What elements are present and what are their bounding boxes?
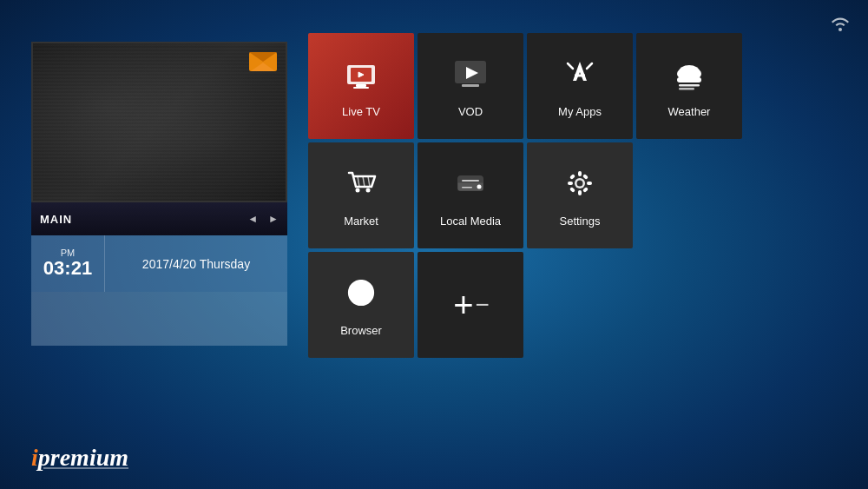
time-box: PM 03:21: [31, 235, 105, 292]
channel-next[interactable]: ►: [268, 213, 279, 225]
svg-rect-34: [569, 173, 575, 179]
app-tile-my-apps[interactable]: My Apps: [527, 33, 633, 139]
svg-line-10: [568, 63, 573, 69]
app-tile-vod[interactable]: VOD: [418, 33, 523, 139]
wifi-icon: [830, 16, 851, 36]
browser-icon: [342, 274, 380, 317]
svg-rect-31: [578, 190, 582, 195]
svg-rect-35: [569, 186, 575, 192]
mail-icon[interactable]: [249, 52, 277, 71]
svg-rect-2: [356, 84, 366, 87]
channel-bar: MAIN ◄ ►: [31, 202, 287, 235]
svg-line-20: [358, 176, 359, 187]
extra-bar: [31, 292, 287, 346]
channel-name: MAIN: [40, 213, 72, 226]
svg-rect-8: [462, 84, 479, 87]
app-tile-zoom[interactable]: + −: [418, 252, 523, 358]
local-media-icon: [451, 164, 490, 208]
market-label: Market: [344, 215, 378, 228]
svg-rect-33: [587, 182, 592, 185]
live-tv-label: Live TV: [342, 105, 380, 118]
svg-rect-37: [582, 186, 589, 192]
vod-icon: [451, 55, 490, 98]
svg-rect-32: [568, 182, 573, 185]
my-apps-label: My Apps: [558, 105, 602, 118]
empty-slot-row3-col3: [527, 252, 633, 358]
app-tile-live-tv[interactable]: Live TV: [308, 33, 414, 139]
logo: i premium: [31, 444, 128, 472]
my-apps-icon: [561, 55, 599, 98]
svg-rect-26: [462, 187, 472, 188]
market-icon: [342, 164, 380, 208]
channel-prev[interactable]: ◄: [247, 213, 258, 225]
tv-icon: [342, 55, 380, 98]
svg-rect-3: [353, 87, 369, 89]
left-panel: MAIN ◄ ► PM 03:21 2017/4/20 Thursday: [31, 42, 287, 346]
svg-point-18: [356, 188, 360, 192]
svg-line-21: [363, 176, 365, 187]
browser-label: Browser: [340, 324, 382, 337]
svg-line-11: [587, 63, 592, 69]
svg-rect-16: [679, 84, 700, 87]
channel-nav: ◄ ►: [247, 213, 279, 225]
empty-slot-row2-col4: [636, 142, 742, 248]
app-tile-weather[interactable]: Weather: [636, 33, 742, 139]
settings-label: Settings: [560, 215, 601, 228]
time-ampm: PM: [61, 248, 76, 258]
app-tile-local-media[interactable]: Local Media: [418, 142, 523, 248]
logo-i: i: [31, 444, 38, 472]
tv-preview: [31, 42, 287, 202]
svg-point-29: [577, 180, 583, 186]
vod-label: VOD: [458, 105, 483, 118]
apps-grid: Live TV VOD My Apps: [308, 33, 742, 358]
svg-rect-15: [677, 77, 701, 83]
app-tile-market[interactable]: Market: [308, 142, 414, 248]
app-tile-settings[interactable]: Settings: [527, 142, 633, 248]
settings-icon: [561, 164, 599, 208]
svg-point-25: [477, 184, 482, 188]
local-media-label: Local Media: [440, 215, 501, 228]
svg-rect-30: [578, 171, 582, 176]
info-panel: PM 03:21 2017/4/20 Thursday: [31, 235, 287, 292]
svg-rect-27: [462, 180, 479, 182]
date-value: 2017/4/20 Thursday: [142, 257, 250, 271]
weather-icon: [670, 55, 708, 98]
app-tile-browser[interactable]: Browser: [308, 252, 414, 358]
logo-premium: premium: [38, 444, 128, 472]
svg-point-19: [366, 188, 371, 192]
svg-line-22: [368, 176, 370, 187]
zoom-icon: + −: [453, 287, 488, 322]
time-value: 03:21: [43, 258, 92, 279]
tv-noise: [33, 43, 286, 201]
empty-slot-row3-col4: [636, 252, 742, 358]
svg-rect-17: [679, 88, 694, 90]
svg-rect-36: [582, 173, 589, 179]
weather-label: Weather: [668, 105, 711, 118]
date-box: 2017/4/20 Thursday: [105, 235, 287, 292]
